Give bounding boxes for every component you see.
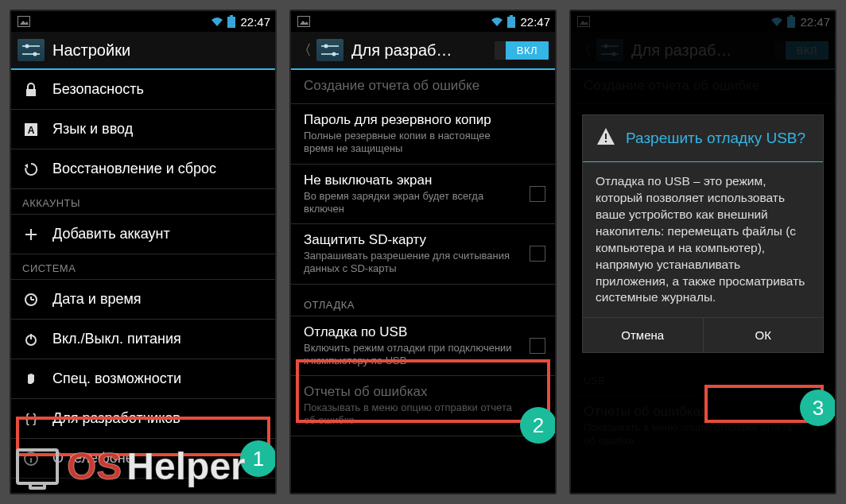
row-power[interactable]: Вкл./Выкл. питания — [11, 320, 275, 359]
section-debug: Отладка — [291, 285, 555, 316]
row-subtitle: Включить режим отладки при подключении к… — [304, 342, 515, 368]
row-backup-password[interactable]: Пароль для резервного копир Полные резер… — [291, 104, 555, 165]
row-label: Безопасность — [52, 81, 266, 98]
row-protect-sd[interactable]: Защитить SD-карту Запрашивать разрешение… — [291, 224, 555, 285]
row-subtitle: Показывать в меню опцию отправки отчета … — [304, 401, 515, 428]
svg-point-8 — [33, 52, 37, 56]
restore-icon — [22, 162, 40, 176]
cancel-button[interactable]: Отмена — [583, 318, 704, 352]
braces-icon: { } — [22, 412, 40, 426]
master-toggle[interactable]: ВКЛ — [495, 41, 549, 60]
dialog-body: Отладка по USB – это режим, который позв… — [583, 162, 823, 317]
screenshot-3-dialog: 22:47 〈 Для разраб… ВКЛ Создание отчета … — [569, 10, 836, 494]
app-bar: Настройки — [11, 32, 275, 70]
step-badge-3: 3 — [800, 390, 836, 426]
row-accessibility[interactable]: Спец. возможности — [11, 359, 275, 399]
row-label: Для разработчиков — [52, 410, 266, 427]
clock-icon — [22, 293, 40, 307]
settings-list[interactable]: Безопасность A Язык и ввод Восстановлени… — [11, 70, 275, 493]
lock-icon — [22, 83, 40, 97]
screenshot-2-developer-options: 22:47 〈 Для разраб… ВКЛ Создание отчета … — [289, 10, 557, 494]
row-label: Язык и ввод — [52, 121, 266, 138]
wifi-icon — [490, 16, 504, 27]
battery-icon — [227, 15, 235, 28]
row-usb-debugging[interactable]: Отладка по USB Включить режим отладки пр… — [291, 316, 555, 377]
status-bar: 22:47 — [291, 11, 555, 32]
row-date-time[interactable]: Дата и время — [11, 280, 275, 320]
dialog-button-bar: Отмена ОК — [583, 317, 823, 352]
row-about-phone[interactable]: О телефоне — [11, 439, 275, 479]
row-language[interactable]: A Язык и ввод — [11, 110, 275, 149]
svg-point-31 — [332, 52, 336, 56]
svg-rect-26 — [507, 17, 515, 28]
row-subtitle: Полные резервные копии в настоящее время… — [304, 130, 515, 156]
svg-point-29 — [324, 45, 328, 48]
developer-list[interactable]: Создание отчета об ошибке Пароль для рез… — [291, 70, 555, 493]
dialog-title: Разрешить отладку USB? — [626, 130, 805, 148]
svg-text:A: A — [28, 125, 35, 136]
section-accounts: Аккаунты — [11, 189, 275, 215]
battery-icon — [507, 15, 515, 28]
wifi-icon — [210, 16, 224, 27]
row-title: Пароль для резервного копир — [304, 112, 515, 128]
language-icon: A — [22, 122, 40, 137]
row-security[interactable]: Безопасность — [11, 70, 275, 110]
checkbox[interactable] — [530, 338, 545, 354]
row-label: Вкл./Выкл. питания — [52, 331, 266, 347]
picture-icon — [297, 16, 310, 27]
step-badge-2: 2 — [520, 407, 557, 444]
status-time: 22:47 — [520, 15, 550, 29]
hand-icon — [22, 372, 40, 386]
picture-icon — [17, 16, 30, 27]
checkbox[interactable] — [530, 246, 545, 262]
svg-rect-4 — [230, 15, 233, 17]
row-bug-report[interactable]: Создание отчета об ошибке — [291, 70, 555, 104]
svg-rect-42 — [605, 134, 607, 139]
row-subtitle: Во время зарядки экран будет всегда вклю… — [304, 190, 515, 216]
warning-icon — [596, 126, 616, 150]
checkbox[interactable] — [530, 186, 545, 202]
svg-point-21 — [30, 454, 32, 456]
dialog-title-bar: Разрешить отладку USB? — [583, 115, 823, 162]
row-developer-options[interactable]: { } Для разработчиков — [11, 399, 275, 439]
row-subtitle: Запрашивать разрешение для считывания да… — [304, 250, 515, 276]
step-badge-1: 1 — [240, 440, 277, 477]
row-label: Спец. возможности — [52, 370, 266, 387]
row-backup-reset[interactable]: Восстановление и сброс — [11, 149, 275, 189]
app-bar-title: Настройки — [52, 41, 269, 60]
power-icon — [22, 332, 40, 347]
ok-button[interactable]: ОК — [704, 318, 824, 352]
row-stay-awake[interactable]: Не выключать экран Во время зарядки экра… — [291, 165, 555, 225]
section-system: Система — [11, 254, 275, 280]
svg-rect-3 — [227, 17, 235, 28]
row-title: Отчеты об ошибках — [304, 384, 515, 400]
row-label: Восстановление и сброс — [52, 161, 266, 177]
row-title: Создание отчета об ошибке — [304, 78, 515, 94]
row-add-account[interactable]: Добавить аккаунт — [11, 215, 275, 254]
svg-rect-27 — [510, 15, 513, 17]
svg-rect-43 — [605, 141, 607, 142]
plus-icon — [22, 227, 40, 242]
status-bar: 22:47 — [11, 11, 275, 32]
row-bug-reports-menu[interactable]: Отчеты об ошибках Показывать в меню опци… — [291, 376, 555, 436]
settings-sliders-icon[interactable] — [316, 39, 343, 61]
svg-point-6 — [25, 45, 29, 48]
row-title: Защитить SD-карту — [304, 232, 515, 248]
row-label: Добавить аккаунт — [52, 226, 266, 242]
usb-debug-dialog: Разрешить отладку USB? Отладка по USB – … — [582, 114, 824, 353]
svg-rect-9 — [26, 89, 36, 96]
svg-rect-22 — [30, 458, 32, 463]
status-time: 22:47 — [240, 15, 270, 29]
settings-sliders-icon — [17, 39, 45, 61]
info-icon — [22, 452, 40, 466]
row-label: О телефоне — [52, 450, 266, 467]
screenshot-1-settings: 22:47 Настройки Безопасность A Язык и вв… — [10, 10, 277, 494]
row-label: Дата и время — [52, 291, 266, 308]
app-bar: 〈 Для разраб… ВКЛ — [291, 32, 555, 70]
app-bar-title: Для разраб… — [351, 41, 487, 60]
row-title: Не выключать экран — [304, 173, 515, 188]
row-title: Отладка по USB — [304, 324, 515, 340]
back-icon[interactable]: 〈 — [297, 41, 312, 60]
